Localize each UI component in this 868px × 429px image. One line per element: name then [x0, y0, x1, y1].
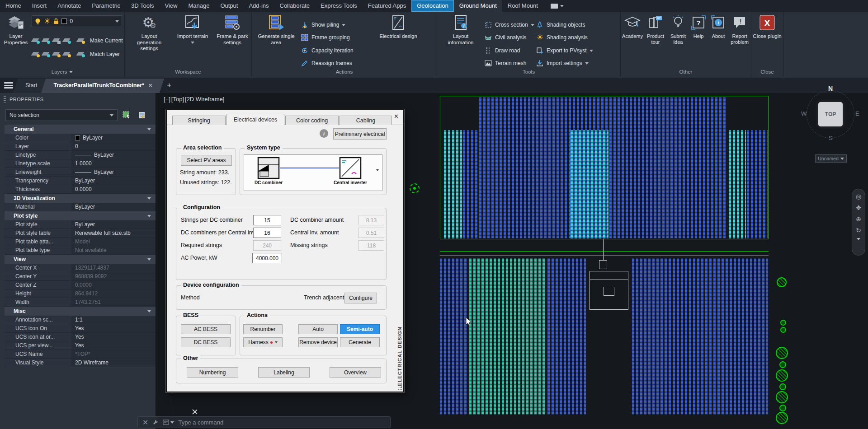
ribbon-tab-output[interactable]: Output	[215, 0, 243, 12]
property-value[interactable]: ByLayer	[71, 220, 156, 228]
close-icon[interactable]: ✕	[148, 83, 152, 89]
overview-button[interactable]: Overview	[330, 367, 381, 378]
property-value[interactable]: 1:1	[71, 316, 156, 324]
palette-grip[interactable]	[4, 96, 6, 103]
dc-combiners-per-central-input[interactable]	[253, 228, 281, 238]
properties-title-bar[interactable]: PROPERTIES	[0, 93, 156, 106]
layout-generation-settings-button[interactable]: ⚙⚙ Layout generation settings	[128, 14, 170, 52]
export-pvsyst-button[interactable]: Export to PVsyst	[536, 46, 593, 55]
semi-auto-button[interactable]: Semi-auto	[340, 324, 380, 334]
viewport-visual-style-control[interactable]: [2D Wireframe]	[185, 96, 224, 103]
configure-button[interactable]: Configure	[344, 293, 377, 303]
pan-icon[interactable]: ✥	[856, 204, 861, 211]
cross-section-button[interactable]: Cross section	[484, 20, 534, 29]
resize-grip[interactable]	[397, 386, 402, 390]
section-header-view[interactable]: View	[5, 255, 156, 264]
zoom-icon[interactable]: ⊕	[856, 215, 861, 223]
numbering-button[interactable]: Numbering	[187, 367, 238, 378]
show-piling-button[interactable]: Show piling	[301, 20, 345, 29]
ribbon-tab-roof-mount[interactable]: Roof Mount	[502, 0, 543, 12]
layer-unlock-icon[interactable]	[63, 51, 71, 57]
ribbon-tab-insert[interactable]: Insert	[27, 0, 52, 12]
ribbon-tab-home[interactable]: Home	[0, 0, 27, 12]
viewport-controls[interactable]: [−] [Top] [2D Wireframe]	[164, 96, 224, 103]
generate-button[interactable]: Generate	[340, 337, 380, 347]
recent-commands-icon[interactable]	[163, 420, 174, 425]
frame-park-settings-button[interactable]: Frame & park settings	[214, 14, 250, 46]
ribbon-tab-manage[interactable]: Manage	[183, 0, 215, 12]
layer-properties-button[interactable]: Layer Properties	[2, 14, 30, 46]
chevron-icon[interactable]	[147, 128, 151, 131]
shading-analysis-button[interactable]: ☀ Shading analysis	[536, 33, 588, 42]
ribbon-tab-view[interactable]: View	[159, 0, 183, 12]
close-icon[interactable]: ✕	[142, 418, 148, 427]
command-input[interactable]	[178, 419, 386, 426]
property-value[interactable]: Yes	[71, 324, 156, 332]
ribbon-tab-featured-apps[interactable]: Featured Apps	[363, 0, 412, 12]
property-value[interactable]: ByLayer	[71, 177, 156, 185]
property-value[interactable]: Yes	[71, 333, 156, 341]
section-header-plot-style[interactable]: Plot style	[5, 211, 156, 220]
layer-unisolate-icon[interactable]	[42, 51, 50, 57]
draw-road-button[interactable]: Draw road	[484, 46, 520, 55]
layer-freeze-icon[interactable]	[52, 37, 61, 44]
navigation-bar[interactable]: ◎ ✥ ⊕ ↻	[852, 189, 865, 256]
property-value[interactable]: ByLayer	[71, 151, 156, 159]
info-icon[interactable]: i	[320, 129, 328, 138]
ribbon-tab-geolocation[interactable]: Geolocation	[411, 0, 453, 12]
submit-idea-button[interactable]: Submit idea	[668, 14, 689, 45]
layer-dropdown[interactable]: ☀ 0	[32, 15, 122, 27]
layer-thaw-icon[interactable]	[52, 51, 61, 57]
panel-label-layers[interactable]: Layers	[0, 66, 124, 78]
compass-west[interactable]: W	[801, 110, 807, 117]
layout-information-button[interactable]: i Layout information	[441, 14, 481, 46]
selection-dropdown[interactable]: No selection	[5, 109, 118, 121]
file-tab-document[interactable]: TrackerParallelTrunkToCombiner*✕	[45, 78, 160, 93]
import-terrain-button[interactable]: Import terrain	[173, 14, 212, 44]
section-header-general[interactable]: General	[5, 125, 156, 134]
labeling-button[interactable]: Labeling	[258, 367, 310, 378]
property-value[interactable]: Yes	[71, 341, 156, 350]
capacity-iteration-button[interactable]: Capacity iteration	[301, 46, 354, 55]
ribbon-tab-add-ins[interactable]: Add-ins	[243, 0, 274, 12]
academy-button[interactable]: Academy	[622, 14, 643, 39]
ac-bess-button[interactable]: AC BESS	[181, 324, 231, 334]
chevron-icon[interactable]	[147, 197, 151, 200]
compass-south[interactable]: S	[829, 135, 833, 141]
layer-lock-icon[interactable]	[63, 37, 71, 44]
tab-stringing[interactable]: Stringing	[172, 116, 226, 125]
property-value[interactable]: 2D Wireframe	[71, 359, 156, 367]
viewport-minimize[interactable]: [−]	[164, 96, 170, 103]
compass-north[interactable]: N	[828, 85, 833, 92]
ribbon-display-toggle[interactable]	[546, 0, 568, 12]
ribbon-tab-express-tools[interactable]: Express Tools	[315, 0, 363, 12]
file-tab-start[interactable]: Start	[17, 78, 45, 93]
shading-objects-button[interactable]: Shading objects	[536, 20, 585, 29]
close-plugin-button[interactable]: X Close plugin	[753, 14, 782, 40]
property-value[interactable]: ByLayer	[71, 134, 156, 142]
property-value[interactable]: ByLayer	[71, 168, 156, 176]
chevron-icon[interactable]	[147, 310, 151, 312]
preliminary-electrical-button[interactable]: Preliminary electrical	[333, 128, 387, 140]
frame-grouping-button[interactable]: Frame grouping	[301, 33, 350, 42]
dc-bess-button[interactable]: DC BESS	[181, 337, 231, 347]
chevron-down-icon[interactable]	[376, 169, 379, 171]
layer-isolate-icon[interactable]	[42, 37, 50, 44]
viewcube-top-face[interactable]: TOP	[818, 102, 843, 126]
compass-east[interactable]: E	[855, 110, 859, 117]
quick-select-button[interactable]	[137, 110, 148, 121]
property-value[interactable]: 0.0000	[71, 185, 156, 193]
auto-button[interactable]: Auto	[298, 324, 338, 334]
steering-wheel-icon[interactable]: ◎	[856, 193, 861, 200]
toggle-pickadd-button[interactable]	[121, 110, 133, 121]
tab-color-coding[interactable]: Color coding	[285, 116, 339, 125]
ribbon-tab-collaborate[interactable]: Collaborate	[274, 0, 316, 12]
report-problem-button[interactable]: ! Report problem	[728, 14, 751, 45]
ribbon-tab-ground-mount[interactable]: Ground Mount	[454, 0, 502, 12]
property-value[interactable]: 1.0000	[71, 159, 156, 168]
select-pv-areas-button[interactable]: Select PV areas	[181, 155, 232, 166]
tab-electrical-devices[interactable]: Electrical devices	[226, 114, 284, 125]
ribbon-tab-parametric[interactable]: Parametric	[86, 0, 126, 12]
ribbon-tab-3d-tools[interactable]: 3D Tools	[126, 0, 159, 12]
chevron-down-icon[interactable]	[857, 238, 860, 240]
